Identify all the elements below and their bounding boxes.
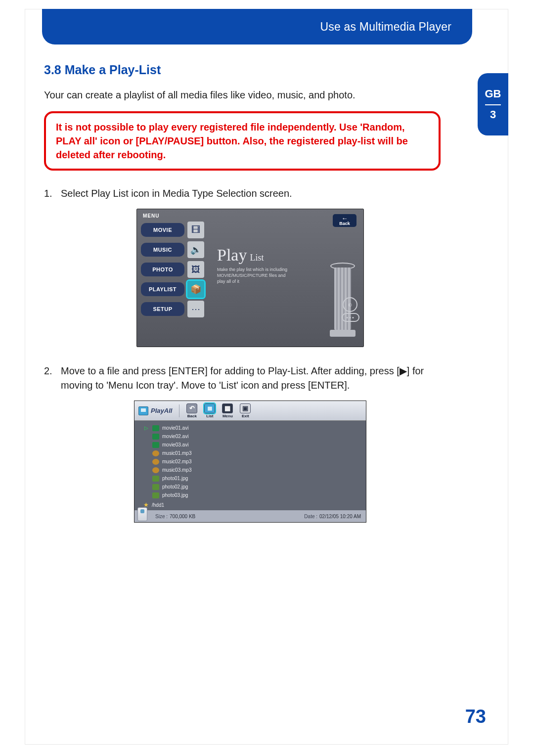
chapter-header: Use as Multimedia Player bbox=[42, 9, 472, 44]
step-2-number: 2. bbox=[44, 364, 61, 393]
side-tab-lang: GB bbox=[485, 88, 501, 100]
playlist-icon: 📦 bbox=[187, 281, 204, 298]
file-name: movie01.avi bbox=[162, 425, 188, 431]
disc-icon: ◐ bbox=[343, 297, 357, 312]
menu-music-label: MUSIC bbox=[141, 243, 184, 257]
status-size: Size : 700,000 KB bbox=[155, 514, 195, 519]
music-file-icon bbox=[152, 467, 159, 473]
menu-item-photo[interactable]: PHOTO 🖼 bbox=[141, 261, 208, 278]
file-row[interactable]: music01.mp3 bbox=[143, 449, 363, 457]
menu-item-movie[interactable]: MOVIE 🎞 bbox=[141, 222, 208, 238]
panel-title-main: Play bbox=[217, 246, 247, 265]
file-toolbar: PlayAll ↶ Back ≣ List ▦ Menu bbox=[134, 401, 366, 421]
figure-2-wrap: PlayAll ↶ Back ≣ List ▦ Menu bbox=[44, 400, 456, 523]
page-number: 73 bbox=[465, 706, 486, 727]
panel-title-sub: List bbox=[250, 253, 264, 263]
section-heading: 3.8 Make a Play-List bbox=[44, 63, 456, 77]
file-row[interactable]: movie03.avi bbox=[143, 441, 363, 449]
steps-list: 1. Select Play List icon in Media Type S… bbox=[44, 186, 456, 201]
step-1-text: Select Play List icon in Media Type Sele… bbox=[61, 186, 456, 201]
exit-icon: ▣ bbox=[240, 403, 251, 413]
setup-icon: ⋯ bbox=[187, 301, 204, 317]
menu-photo-label: PHOTO bbox=[141, 263, 184, 276]
back-icon: ↶ bbox=[186, 403, 197, 413]
speaker-icon: 🔈 bbox=[187, 241, 204, 258]
side-tab-chapter: 3 bbox=[490, 108, 496, 121]
file-name: photo03.jpg bbox=[162, 492, 188, 498]
menu-icon: ▦ bbox=[222, 403, 233, 413]
status-bar: Size : 700,000 KB Date : 02/12/05 10:20 … bbox=[134, 510, 366, 522]
menu-main-panel: ← Back Play List Make the play list whic… bbox=[211, 209, 363, 347]
toolbar-list-label: List bbox=[206, 414, 213, 418]
list-icon: ≣ bbox=[204, 403, 215, 413]
step-1: 1. Select Play List icon in Media Type S… bbox=[44, 186, 456, 201]
size-label: Size : bbox=[155, 514, 168, 519]
side-tab-divider bbox=[485, 104, 501, 105]
toolbar-menu[interactable]: ▦ Menu bbox=[222, 403, 233, 418]
date-label: Date : bbox=[304, 514, 317, 519]
file-name: photo02.jpg bbox=[162, 484, 188, 489]
date-value: 02/12/05 10:20 AM bbox=[319, 514, 361, 519]
menu-movie-label: MOVIE bbox=[141, 223, 184, 237]
menu-header-label: MENU bbox=[143, 213, 208, 219]
back-label: Back bbox=[339, 221, 350, 226]
file-row[interactable]: movie02.avi bbox=[143, 432, 363, 441]
file-row[interactable]: music03.mp3 bbox=[143, 466, 363, 474]
toolbar-back-label: Back bbox=[187, 414, 197, 418]
file-name: music03.mp3 bbox=[162, 467, 191, 473]
play-all-text: PlayAll bbox=[151, 407, 172, 414]
panel-title: Play List bbox=[217, 246, 356, 265]
movie-file-icon bbox=[152, 434, 159, 440]
device-icon bbox=[137, 507, 147, 521]
toolbar-menu-label: Menu bbox=[222, 414, 233, 418]
file-name: movie03.avi bbox=[162, 442, 188, 447]
content: 3.8 Make a Play-List Your can create a p… bbox=[44, 63, 456, 539]
panel-description: Make the play list which is including MO… bbox=[217, 267, 291, 284]
warning-box: It is not possible to play every registe… bbox=[44, 111, 441, 171]
side-tab: GB 3 bbox=[478, 73, 508, 135]
photo-file-icon bbox=[152, 484, 159, 490]
figure-1-wrap: MENU MOVIE 🎞 MUSIC 🔈 PHOTO 🖼 PLAYLIS bbox=[44, 209, 456, 347]
step-2-text: Move to a file and press [ENTER] for add… bbox=[61, 364, 456, 393]
music-file-icon bbox=[152, 450, 159, 456]
photo-file-icon bbox=[152, 476, 159, 482]
play-indicator-icon: ▷ bbox=[143, 425, 149, 431]
menu-item-music[interactable]: MUSIC 🔈 bbox=[141, 241, 208, 258]
folder-path: /hdd1 bbox=[152, 502, 164, 508]
file-row[interactable]: music02.mp3 bbox=[143, 457, 363, 466]
toolbar-list[interactable]: ≣ List bbox=[204, 403, 215, 418]
step-2: 2. Move to a file and press [ENTER] for … bbox=[44, 364, 456, 393]
file-row[interactable]: photo03.jpg bbox=[143, 491, 363, 499]
file-name: movie02.avi bbox=[162, 434, 188, 439]
toolbar-back[interactable]: ↶ Back bbox=[186, 403, 197, 418]
file-row[interactable]: photo01.jpg bbox=[143, 474, 363, 483]
manual-page: Use as Multimedia Player GB 3 3.8 Make a… bbox=[25, 9, 508, 745]
file-row[interactable]: ▷movie01.avi bbox=[143, 424, 363, 432]
file-row[interactable]: photo02.jpg bbox=[143, 483, 363, 491]
menu-item-playlist[interactable]: PLAYLIST 📦 bbox=[141, 281, 208, 298]
menu-column: MENU MOVIE 🎞 MUSIC 🔈 PHOTO 🖼 PLAYLIS bbox=[137, 209, 211, 347]
menu-playlist-label: PLAYLIST bbox=[141, 282, 184, 296]
menu-item-setup[interactable]: SETUP ⋯ bbox=[141, 301, 208, 317]
music-file-icon bbox=[152, 459, 159, 465]
menu-setup-label: SETUP bbox=[141, 302, 184, 316]
status-date: Date : 02/12/05 10:20 AM bbox=[304, 514, 361, 519]
filelist-screenshot: PlayAll ↶ Back ≣ List ▦ Menu bbox=[134, 400, 366, 523]
file-pane: ▷movie01.avimovie02.avimovie03.avimusic0… bbox=[134, 421, 366, 510]
step-1-number: 1. bbox=[44, 186, 61, 201]
menu-screenshot: MENU MOVIE 🎞 MUSIC 🔈 PHOTO 🖼 PLAYLIS bbox=[136, 209, 364, 347]
play-all-icon bbox=[138, 406, 148, 415]
photo-file-icon bbox=[152, 492, 159, 498]
toolbar-exit[interactable]: ▣ Exit bbox=[240, 403, 251, 418]
back-button[interactable]: ← Back bbox=[333, 214, 356, 227]
toolbar-exit-label: Exit bbox=[242, 414, 249, 418]
size-value: 700,000 KB bbox=[170, 514, 195, 519]
steps-list-2: 2. Move to a file and press [ENTER] for … bbox=[44, 364, 456, 393]
intro-text: Your can create a playlist of all media … bbox=[44, 88, 456, 102]
toolbar-separator bbox=[179, 404, 179, 417]
folder-row[interactable]: ★ /hdd1 bbox=[143, 501, 363, 508]
warning-text: It is not possible to play every registe… bbox=[56, 120, 429, 162]
play-all-label: PlayAll bbox=[138, 406, 172, 415]
chapter-title: Use as Multimedia Player bbox=[320, 20, 451, 34]
ellipsis-icon: ••• bbox=[342, 313, 359, 322]
